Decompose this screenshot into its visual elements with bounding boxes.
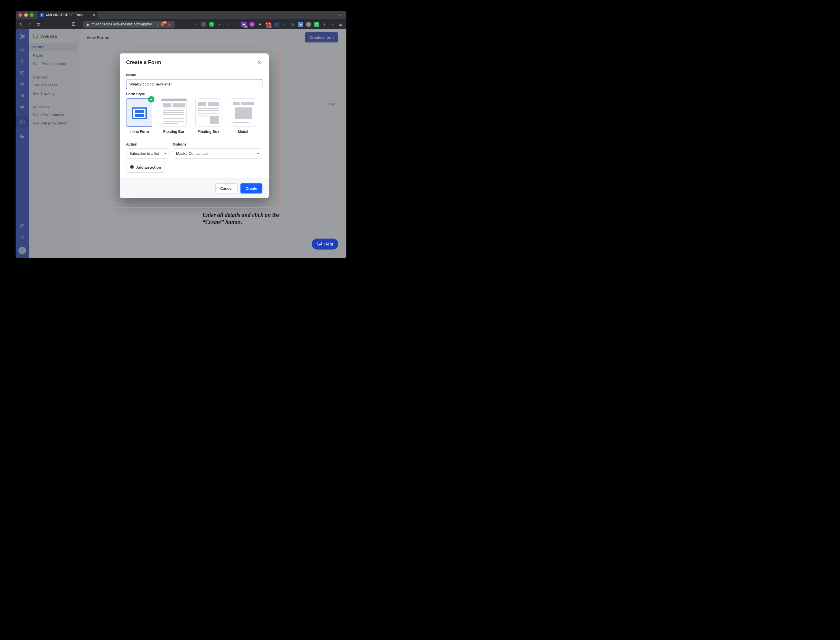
tab-title: M3LVINGEORGE Email Marketin — [46, 13, 90, 17]
add-action-button[interactable]: Add an action — [126, 162, 165, 173]
warning-icon[interactable] — [167, 22, 172, 27]
style-floating-bar[interactable]: Floating Bar — [161, 99, 187, 134]
window-close-button[interactable] — [19, 13, 22, 17]
nav-reload-button[interactable] — [36, 22, 40, 27]
tabs-overflow-button[interactable] — [337, 13, 343, 17]
ext-puzzle-icon[interactable]: ✦ — [322, 22, 327, 27]
app-logo-icon[interactable] — [19, 33, 26, 40]
rail-search-icon[interactable] — [20, 47, 25, 52]
browser-menu-button[interactable] — [338, 22, 343, 27]
subnav-item-webperso2[interactable]: Web Personalization — [29, 119, 78, 127]
modal-close-button[interactable] — [256, 59, 262, 66]
ext-cloud-icon[interactable]: ☁ — [298, 22, 303, 27]
bookmark-icon[interactable] — [72, 22, 76, 27]
subnav-item-formperf[interactable]: Form Performance — [29, 110, 78, 119]
titlebar: M3LVINGEORGE Email Marketin ✕ ＋ — [16, 11, 347, 19]
ext-sun-icon[interactable]: ☀ — [282, 22, 287, 27]
rail-deals-icon[interactable] — [20, 93, 25, 99]
rail-forms-icon[interactable] — [16, 117, 29, 127]
svg-point-2 — [21, 59, 23, 61]
tab-close-icon[interactable]: ✕ — [93, 13, 95, 17]
window-max-button[interactable] — [30, 13, 34, 17]
website-icon — [33, 33, 38, 39]
rail-reports-icon[interactable] — [20, 134, 25, 139]
help-button[interactable]: Help — [312, 238, 338, 250]
subnav-title: Website — [29, 33, 78, 43]
chevron-down-icon: ▾ — [257, 151, 259, 156]
window-min-button[interactable] — [24, 13, 28, 17]
svg-rect-12 — [22, 224, 24, 226]
subnav-item-forms[interactable]: Forms — [29, 43, 78, 51]
svg-rect-13 — [21, 226, 22, 227]
rail-mail-icon[interactable] — [20, 70, 25, 75]
ext-send-icon[interactable]: ✈ — [233, 22, 238, 27]
extensions-row: ⚛ ⋯ G ▲ K ✈ ◆33 w ✽ CLS0.20 ▦ ☀ {a} ☁ ▢ … — [193, 22, 343, 27]
ext-grid-icon[interactable]: ▦ — [274, 22, 279, 27]
svg-point-1 — [21, 48, 23, 51]
svg-rect-5 — [23, 83, 24, 84]
ext-w-icon[interactable]: w — [249, 22, 255, 27]
svg-rect-8 — [22, 94, 23, 97]
ext-react-icon[interactable]: ⚛ — [193, 22, 198, 27]
ext-dots-icon[interactable]: ⋯ — [201, 22, 206, 27]
ext-green-icon[interactable]: ▢ — [314, 22, 319, 27]
nav-rail — [16, 29, 29, 258]
ext-grammarly-icon[interactable]: G — [209, 22, 214, 27]
subnav-item-sitemsg[interactable]: Site Messages — [29, 81, 78, 89]
rail-apps-icon[interactable] — [20, 224, 25, 229]
rail-automation-icon[interactable] — [20, 82, 25, 87]
subnav-item-webperso[interactable]: Web Personalization — [29, 59, 78, 68]
style-inline-form[interactable]: Inline Form — [126, 99, 152, 134]
rail-chat-icon[interactable] — [20, 105, 25, 110]
svg-point-15 — [21, 249, 23, 251]
subnav-item-sitetrack[interactable]: Site Tracking — [29, 89, 78, 98]
ext-flame-icon[interactable]: ▲ — [217, 22, 222, 27]
formstyle-label: Form Style — [126, 92, 262, 96]
nav-forward-button[interactable] — [27, 22, 32, 27]
ext-bug-icon[interactable]: ✽ — [257, 22, 263, 27]
ext-braces-icon[interactable]: {a} — [290, 22, 295, 27]
ext-wallet-icon[interactable]: ⧈ — [330, 22, 335, 27]
name-input[interactable] — [126, 79, 262, 89]
rail-contacts-icon[interactable] — [20, 59, 25, 64]
rail-settings-icon[interactable] — [20, 235, 25, 240]
style-floating-box[interactable]: Floating Box — [195, 99, 221, 134]
browser-toolbar: m3lvingeorge.activehosted.com/app/for...… — [16, 19, 347, 29]
create-button[interactable]: Create — [240, 183, 262, 194]
subnav-item-pages[interactable]: Pages — [29, 51, 78, 59]
options-dropdown[interactable]: Master Contact List ▾ — [173, 149, 262, 158]
cancel-button[interactable]: Cancel — [216, 183, 238, 194]
style-modal[interactable]: Modal — [230, 99, 256, 134]
annotation-caption: Enter all details and click on the “Crea… — [202, 211, 286, 226]
ext-k-icon[interactable]: K — [225, 22, 230, 27]
subnav-header-manage: MANAGE — [29, 70, 78, 81]
action-label: Action — [126, 142, 169, 146]
create-form-modal: Create a Form Name Form Style Inline For… — [120, 53, 269, 198]
subnav-header-reports: REPORTS — [29, 100, 78, 110]
ext-purple-icon[interactable]: ◆33 — [241, 22, 246, 27]
svg-rect-7 — [21, 94, 21, 97]
svg-rect-0 — [86, 24, 89, 26]
url-text: m3lvingeorge.activehosted.com/app/for... — [91, 22, 155, 26]
svg-rect-9 — [23, 94, 24, 97]
check-icon — [148, 96, 155, 102]
create-form-button[interactable]: Create a form — [305, 32, 338, 42]
rail-avatar[interactable] — [19, 246, 26, 254]
address-bar[interactable]: m3lvingeorge.activehosted.com/app/for...… — [83, 21, 175, 28]
form-style-options: Inline Form — [126, 99, 262, 134]
tab-favicon — [40, 13, 44, 17]
ext-circle-icon[interactable] — [306, 22, 311, 27]
ext-cls-icon[interactable]: CLS0.20 — [265, 22, 271, 27]
action-dropdown[interactable]: Subscribe to a list ▾ — [126, 149, 169, 158]
shield-icon[interactable]: 54 — [160, 22, 165, 27]
svg-rect-11 — [21, 224, 22, 226]
main-toolbar: View Forms Create a form — [78, 29, 347, 46]
page-title: View Forms — [86, 35, 109, 40]
traffic-lights — [19, 13, 34, 17]
browser-tab[interactable]: M3LVINGEORGE Email Marketin ✕ — [38, 11, 98, 19]
new-tab-button[interactable]: ＋ — [101, 11, 107, 19]
options-label: Options — [173, 142, 262, 146]
chat-icon — [317, 241, 322, 247]
svg-rect-6 — [22, 85, 23, 86]
nav-back-button[interactable] — [19, 22, 23, 27]
